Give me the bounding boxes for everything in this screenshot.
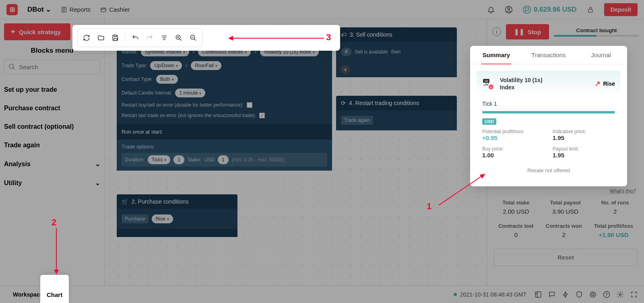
- chevron-down-icon: ⌄: [45, 5, 51, 14]
- trade-type-select[interactable]: Rise/Fall▾: [191, 61, 221, 70]
- duration-unit-select[interactable]: Ticks▾: [148, 155, 171, 164]
- trade-options-section: Trade options: Duration: Ticks▾ 1 Stake:…: [117, 140, 332, 171]
- trade-type-select[interactable]: Up/Down▾: [150, 61, 182, 70]
- target-icon[interactable]: [589, 291, 597, 298]
- stat-label: Contracts won: [546, 223, 582, 229]
- field-label: Stake:: [188, 157, 201, 163]
- chat-icon[interactable]: [548, 291, 555, 298]
- tick-progress: [482, 111, 615, 113]
- chevron-down-icon: ⌄: [95, 160, 100, 168]
- candle-interval-select[interactable]: 1 minute▾: [175, 89, 205, 97]
- help-icon[interactable]: [603, 291, 610, 298]
- sidebar-item-purchase[interactable]: Purchase contract: [4, 99, 100, 117]
- stat-value: 3.90 USD: [550, 208, 581, 215]
- svg-text:10: 10: [485, 79, 488, 83]
- sidebar-item-sell[interactable]: Sell contract (optional): [4, 117, 100, 136]
- reset-button[interactable]: Reset: [494, 249, 638, 266]
- sort-icon[interactable]: [158, 31, 171, 44]
- search-input[interactable]: [4, 60, 100, 74]
- brand-name: DBot: [27, 6, 44, 14]
- purchase-direction-select[interactable]: Rise▾: [152, 214, 173, 223]
- deposit-button[interactable]: Deposit: [604, 3, 638, 16]
- brand-dropdown[interactable]: DBot ⌄: [27, 5, 51, 14]
- then-label: then: [391, 49, 400, 55]
- nav-cashier[interactable]: Cashier: [100, 6, 130, 13]
- tab-transactions[interactable]: Transactions: [522, 46, 575, 64]
- svg-line-18: [439, 174, 485, 205]
- svg-marker-23: [228, 36, 233, 41]
- arrow-3: [227, 35, 326, 41]
- stop-button[interactable]: ❚❚ Stop: [506, 24, 549, 39]
- restart-last-checkbox[interactable]: [259, 113, 265, 118]
- progress-bar: [554, 35, 639, 37]
- zoom-out-icon[interactable]: [187, 31, 200, 44]
- sidebar-item-setup[interactable]: Set up your trade: [4, 80, 100, 99]
- resale-notice: Resale not offered: [477, 163, 621, 180]
- fullscreen-icon[interactable]: [630, 291, 638, 298]
- chevron-down-icon: ⌄: [95, 179, 100, 187]
- annotation-1: 1: [427, 201, 431, 212]
- sidebar-item-analysis[interactable]: Analysis⌄: [4, 155, 100, 173]
- workspace-canvas[interactable]: 📋1. Trade parameters Market: Synthetic I…: [105, 19, 487, 303]
- gear-icon[interactable]: [617, 291, 624, 298]
- stop-label: Stop: [528, 29, 541, 35]
- sidebar-item-label: Analysis: [4, 161, 31, 168]
- user-icon[interactable]: [505, 6, 513, 14]
- restart-error-checkbox[interactable]: [247, 102, 252, 108]
- zoom-in-icon[interactable]: [172, 31, 185, 44]
- lightning-icon[interactable]: [562, 291, 569, 298]
- nav-reports[interactable]: Reports: [61, 6, 91, 13]
- block-title: 2. Purchase conditions: [132, 198, 189, 205]
- block-purchase-conditions[interactable]: 🛒2. Purchase conditions Purchase Rise▾: [117, 194, 237, 237]
- redo-icon[interactable]: [143, 31, 156, 44]
- block-title: 4. Restart trading conditions: [349, 100, 419, 106]
- stat-value: 2: [601, 208, 629, 215]
- layout-icon[interactable]: [535, 291, 542, 298]
- block-sell-conditions[interactable]: 🏷3. Sell conditions if Sell is available…: [336, 27, 457, 77]
- refresh-icon[interactable]: [80, 31, 93, 44]
- block-restart-conditions[interactable]: ⟳4. Restart trading conditions Trade aga…: [336, 96, 457, 130]
- bell-icon[interactable]: [487, 6, 495, 14]
- sidebar-item-utility[interactable]: Utility⌄: [4, 173, 100, 192]
- whats-this-link[interactable]: What's this?: [492, 188, 639, 194]
- info-icon[interactable]: i: [492, 27, 501, 36]
- shield-icon[interactable]: [576, 291, 583, 298]
- stake-value[interactable]: 1: [218, 155, 229, 164]
- undo-icon[interactable]: [129, 31, 142, 44]
- currency-icon: [522, 5, 531, 14]
- tab-summary[interactable]: Summary: [470, 46, 522, 64]
- add-condition-button[interactable]: +: [341, 65, 350, 74]
- volatility-icon: 101s: [482, 77, 495, 90]
- search-field[interactable]: [19, 64, 96, 70]
- field-label: Duration:: [125, 157, 144, 163]
- sidebar-item-trade-again[interactable]: Trade again: [4, 136, 100, 155]
- stat-value: +1.90 USD: [594, 231, 633, 238]
- svg-rect-5: [588, 9, 592, 12]
- sidebar-item-label: Trade again: [4, 142, 40, 149]
- rise-badge: ↗ Rise: [594, 79, 615, 88]
- nav-reports-label: Reports: [70, 6, 91, 13]
- quick-strategy-button[interactable]: ✦ Quick strategy: [4, 23, 70, 40]
- usd-badge: USD: [482, 118, 496, 125]
- sidebar-item-label: Utility: [4, 179, 22, 187]
- contract-type-select[interactable]: Both▾: [156, 75, 178, 84]
- stat-label: Total payout: [550, 200, 581, 206]
- lock-icon[interactable]: [586, 6, 594, 14]
- field-label: Contract Type:: [122, 76, 153, 82]
- sell-condition: Sell is available: [355, 49, 388, 55]
- sidebar-item-label: Purchase contract: [4, 105, 60, 112]
- stat-value: 0: [498, 231, 533, 238]
- duration-value[interactable]: 1: [173, 155, 184, 164]
- balance: 9,629.96 USD: [522, 5, 577, 14]
- tab-journal[interactable]: Journal: [575, 46, 627, 64]
- status-dot-icon: [454, 293, 457, 296]
- nav-cashier-label: Cashier: [109, 6, 130, 13]
- stat-label: Contracts lost: [498, 223, 533, 229]
- run-once-section: Run once at start:: [117, 125, 332, 139]
- stake-hint: (min: 0.35 - max: 50000): [232, 157, 285, 163]
- folder-open-icon[interactable]: [95, 31, 107, 44]
- stat-value: 2: [546, 231, 582, 238]
- bottom-bar: Workspace 2021-10-31 08:48:43 GMT: [0, 285, 644, 303]
- tab-chart[interactable]: Chart: [40, 275, 69, 303]
- save-icon[interactable]: [109, 31, 122, 44]
